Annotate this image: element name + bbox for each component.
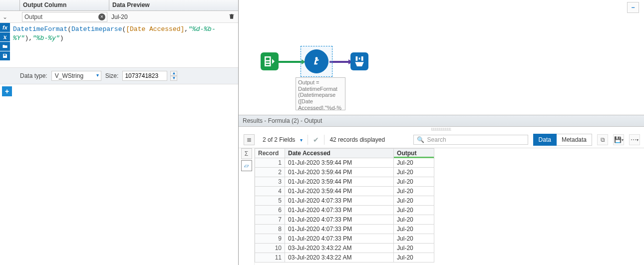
search-icon: 🔍 bbox=[417, 136, 424, 143]
connection-1[interactable] bbox=[279, 61, 303, 63]
config-header: Output Column Data Preview bbox=[0, 0, 238, 11]
cell-date: 01-Jul-2020 3:59:44 PM bbox=[285, 168, 394, 177]
cell-date: 01-Jul-2020 4:07:33 PM bbox=[285, 196, 394, 206]
cell-record: 2 bbox=[255, 168, 285, 177]
variables-icon[interactable]: 𝑥 bbox=[0, 32, 10, 41]
table-row[interactable]: 1103-Jul-2020 3:43:22 AMJul-20 bbox=[255, 253, 434, 263]
cell-date: 01-Jul-2020 3:59:44 PM bbox=[285, 158, 394, 168]
size-spinner[interactable]: ▲ ▼ bbox=[170, 71, 177, 81]
cell-record: 7 bbox=[255, 215, 285, 225]
add-expression-button[interactable]: + bbox=[2, 86, 12, 96]
size-input[interactable] bbox=[122, 71, 167, 81]
apply-fields-icon[interactable]: ✔ bbox=[313, 136, 319, 144]
cell-record: 11 bbox=[255, 253, 285, 263]
cell-record: 8 bbox=[255, 225, 285, 234]
size-label: Size: bbox=[105, 72, 119, 79]
cell-output: Jul-20 bbox=[394, 206, 434, 215]
config-row: ⌄ × Jul-20 bbox=[0, 11, 238, 23]
table-row[interactable]: 501-Jul-2020 4:07:33 PMJul-20 bbox=[255, 196, 434, 206]
browse-tool[interactable] bbox=[350, 52, 368, 70]
col-record[interactable]: Record bbox=[255, 149, 285, 158]
cell-record: 4 bbox=[255, 187, 285, 196]
table-row[interactable]: 701-Jul-2020 4:07:33 PMJul-20 bbox=[255, 215, 434, 225]
cell-output: Jul-20 bbox=[394, 177, 434, 187]
search-placeholder: Search bbox=[427, 136, 446, 143]
cell-output: Jul-20 bbox=[394, 234, 434, 244]
cell-date: 01-Jul-2020 3:59:44 PM bbox=[285, 187, 394, 196]
table-row[interactable]: 801-Jul-2020 4:07:33 PMJul-20 bbox=[255, 225, 434, 234]
view-list-icon[interactable]: ≣ bbox=[244, 134, 255, 145]
table-row[interactable]: 901-Jul-2020 4:07:33 PMJul-20 bbox=[255, 234, 434, 244]
cell-record: 1 bbox=[255, 158, 285, 168]
cell-record: 10 bbox=[255, 244, 285, 253]
table-row[interactable]: 401-Jul-2020 3:59:44 PMJul-20 bbox=[255, 187, 434, 196]
datatype-bar: Data type: V_WString Size: ▲ ▼ bbox=[0, 68, 238, 84]
formula-area: fx 𝑥 DatetimeFormat(Datetimeparse([Date … bbox=[0, 23, 238, 68]
table-row[interactable]: 201-Jul-2020 3:59:44 PMJul-20 bbox=[255, 168, 434, 177]
connection-2[interactable] bbox=[329, 61, 349, 63]
open-folder-icon[interactable] bbox=[0, 42, 10, 51]
spinner-up-icon[interactable]: ▲ bbox=[170, 71, 177, 76]
metadata-tab[interactable]: Metadata bbox=[557, 134, 592, 146]
cell-output: Jul-20 bbox=[394, 225, 434, 234]
cell-output: Jul-20 bbox=[394, 196, 434, 206]
fields-count[interactable]: 2 of 2 Fields bbox=[263, 136, 295, 143]
col-output[interactable]: Output bbox=[394, 149, 434, 158]
cell-output: Jul-20 bbox=[394, 253, 434, 263]
grid-view-icon[interactable]: ▱ bbox=[241, 160, 252, 171]
svg-point-0 bbox=[310, 54, 323, 68]
save-expression-icon[interactable] bbox=[0, 51, 10, 60]
cell-date: 03-Jul-2020 3:43:22 AM bbox=[285, 253, 394, 263]
table-row[interactable]: 101-Jul-2020 3:59:44 PMJul-20 bbox=[255, 158, 434, 168]
cell-record: 9 bbox=[255, 234, 285, 244]
cell-date: 01-Jul-2020 4:07:33 PM bbox=[285, 215, 394, 225]
results-search[interactable]: 🔍 Search bbox=[413, 135, 528, 145]
input-data-tool[interactable] bbox=[261, 52, 279, 70]
results-toolbar: ≣ 2 of 2 Fields ▾ ✔ 42 records displayed… bbox=[239, 132, 644, 148]
table-row[interactable]: 301-Jul-2020 3:59:44 PMJul-20 bbox=[255, 177, 434, 187]
sigma-view-icon[interactable]: Σ bbox=[241, 148, 252, 159]
collapse-pane-button[interactable]: − bbox=[627, 2, 639, 13]
expand-toggle-icon[interactable]: ⌄ bbox=[2, 13, 7, 20]
cell-output: Jul-20 bbox=[394, 168, 434, 177]
cell-output: Jul-20 bbox=[394, 215, 434, 225]
copy-icon[interactable]: ⧉ bbox=[597, 134, 608, 145]
results-grid[interactable]: Record Date Accessed Output 101-Jul-2020… bbox=[255, 148, 644, 265]
output-column-input[interactable] bbox=[22, 12, 107, 22]
formula-tool[interactable] bbox=[305, 49, 328, 73]
cell-output: Jul-20 bbox=[394, 244, 434, 253]
cell-date: 01-Jul-2020 3:59:44 PM bbox=[285, 177, 394, 187]
cell-record: 5 bbox=[255, 196, 285, 206]
data-tab[interactable]: Data bbox=[533, 134, 557, 146]
formula-editor[interactable]: DatetimeFormat(Datetimeparse([Date Acces… bbox=[10, 23, 238, 67]
drag-handle[interactable] bbox=[431, 128, 451, 131]
cell-record: 3 bbox=[255, 177, 285, 187]
fx-functions-icon[interactable]: fx bbox=[0, 23, 10, 32]
more-options-icon[interactable]: ⋯▾ bbox=[629, 134, 640, 145]
cell-record: 6 bbox=[255, 206, 285, 215]
formula-toolbar: fx 𝑥 bbox=[0, 23, 10, 67]
save-results-icon[interactable]: 💾▾ bbox=[613, 134, 624, 145]
cell-date: 01-Jul-2020 4:07:33 PM bbox=[285, 206, 394, 215]
cell-output: Jul-20 bbox=[394, 187, 434, 196]
delete-expression-icon[interactable] bbox=[228, 13, 236, 21]
records-displayed: 42 records displayed bbox=[329, 136, 385, 143]
header-output-column: Output Column bbox=[20, 0, 109, 10]
datatype-label: Data type: bbox=[20, 72, 47, 79]
header-data-preview: Data Preview bbox=[109, 0, 238, 10]
preview-value: Jul-20 bbox=[111, 13, 128, 20]
results-title: Results - Formula (2) - Output bbox=[239, 115, 644, 127]
cell-output: Jul-20 bbox=[394, 158, 434, 168]
datatype-select[interactable]: V_WString bbox=[51, 71, 101, 81]
tool-annotation: Output = DatetimeFormat (Datetimeparse (… bbox=[296, 77, 345, 110]
field-dropdown-icon[interactable]: ▾ bbox=[300, 137, 303, 143]
cell-date: 03-Jul-2020 3:43:22 AM bbox=[285, 244, 394, 253]
workflow-canvas[interactable]: − Output = DatetimeFormat (Datetimeparse… bbox=[239, 0, 644, 115]
clear-input-icon[interactable]: × bbox=[98, 13, 105, 20]
spinner-down-icon[interactable]: ▼ bbox=[170, 76, 177, 81]
cell-date: 01-Jul-2020 4:07:33 PM bbox=[285, 225, 394, 234]
col-date-accessed[interactable]: Date Accessed bbox=[285, 149, 394, 158]
table-row[interactable]: 601-Jul-2020 4:07:33 PMJul-20 bbox=[255, 206, 434, 215]
cell-date: 01-Jul-2020 4:07:33 PM bbox=[285, 234, 394, 244]
table-row[interactable]: 1003-Jul-2020 3:43:22 AMJul-20 bbox=[255, 244, 434, 253]
